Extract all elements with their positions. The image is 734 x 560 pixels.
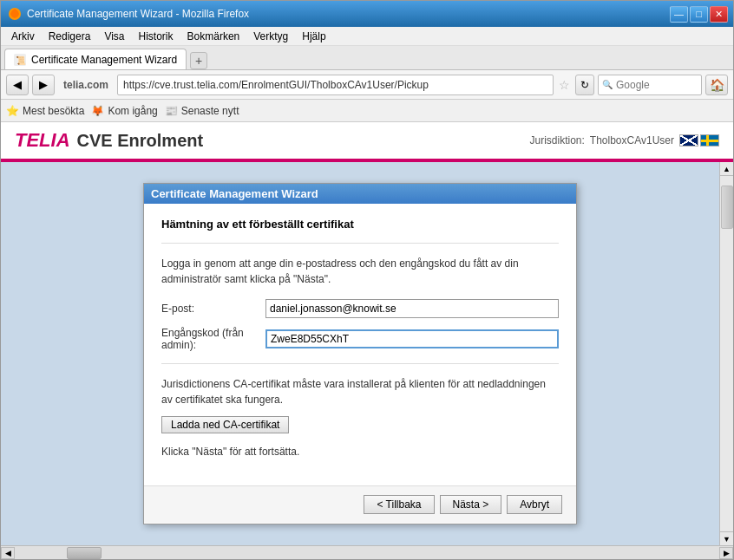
tabbar: 📜 Certificate Management Wizard +	[1, 46, 733, 70]
scroll-right-arrow[interactable]: ▶	[719, 547, 733, 559]
email-row: E-post:	[161, 299, 559, 318]
scroll-track	[720, 176, 733, 531]
search-logo: 🔍	[599, 80, 616, 89]
scroll-down-arrow[interactable]: ▼	[720, 531, 733, 545]
next-info-text: Klicka "Nästa" för att fortsätta.	[161, 446, 559, 458]
bookmark-star-icon[interactable]: ☆	[559, 78, 570, 92]
dialog: Certificate Management Wizard Hämtning a…	[143, 183, 577, 524]
bookmark-latest-news[interactable]: 📰 Senaste nytt	[165, 105, 239, 117]
news-icon: 📰	[165, 105, 178, 117]
telia-logo: TELIA CVE Enrolment	[15, 129, 203, 152]
bookmark-icon: ⭐	[6, 105, 19, 117]
h-scroll-track	[15, 546, 719, 560]
content-area: TELIA CVE Enrolment Jurisdiktion: Tholbo…	[1, 122, 733, 559]
otp-input[interactable]	[265, 329, 559, 348]
titlebar: Certificate Management Wizard - Mozilla …	[1, 1, 733, 27]
back-button[interactable]: ◀	[6, 75, 29, 95]
menu-historik[interactable]: Historik	[132, 29, 180, 44]
menu-bookmarks[interactable]: Bokmärken	[180, 29, 247, 44]
bookmark-label: Kom igång	[108, 105, 157, 117]
jurisdiction-value: TholboxCAv1User	[590, 134, 674, 147]
close-button[interactable]: ✕	[710, 6, 728, 23]
scroll-up-arrow[interactable]: ▲	[720, 162, 733, 176]
new-tab-button[interactable]: +	[190, 52, 207, 69]
svg-text:📜: 📜	[16, 55, 26, 66]
minimize-button[interactable]: —	[670, 6, 688, 23]
otp-row: Engångskod (från admin):	[161, 327, 559, 351]
page-header: TELIA CVE Enrolment Jurisdiktion: Tholbo…	[1, 122, 733, 162]
email-label: E-post:	[161, 303, 265, 315]
sweden-flag[interactable]	[700, 134, 719, 147]
page-content: Certificate Management Wizard Hämtning a…	[1, 162, 719, 545]
reload-button[interactable]: ↻	[575, 75, 594, 95]
divider-1	[161, 243, 559, 244]
divider-2	[161, 363, 559, 364]
addressbar: ◀ ▶ telia.com ☆ ↻ 🔍 ▶ 🏠	[1, 70, 733, 100]
menu-verktyg[interactable]: Verktyg	[246, 29, 295, 44]
menu-redigera[interactable]: Redigera	[42, 29, 98, 44]
bookmark-get-started[interactable]: 🦊 Kom igång	[91, 105, 157, 117]
scroll-left-arrow[interactable]: ◀	[1, 547, 15, 559]
address-input[interactable]	[117, 75, 554, 95]
dialog-title: Certificate Management Wizard	[144, 184, 576, 204]
next-button-dialog[interactable]: Nästa >	[440, 495, 502, 514]
cancel-button-dialog[interactable]: Avbryt	[507, 495, 562, 514]
bookmark-label: Mest besökta	[23, 105, 84, 117]
flags	[679, 134, 719, 147]
menu-visa[interactable]: Visa	[97, 29, 131, 44]
vertical-scrollbar[interactable]: ▲ ▼	[719, 162, 733, 545]
scroll-thumb[interactable]	[721, 186, 733, 229]
active-tab[interactable]: 📜 Certificate Management Wizard	[4, 49, 187, 69]
ca-info-text: Jurisdictionens CA-certifikat måste vara…	[161, 376, 559, 407]
titlebar-buttons: — □ ✕	[670, 6, 728, 23]
firefox-bookmark-icon: 🦊	[91, 105, 104, 117]
section-title: Hämtning av ett förbeställt certifikat	[161, 218, 559, 231]
menu-hjalp[interactable]: Hjälp	[295, 29, 332, 44]
jurisdiction-info: Jurisdiktion: TholboxCAv1User	[529, 134, 719, 147]
firefox-icon	[8, 7, 22, 21]
back-button-dialog[interactable]: < Tillbaka	[364, 495, 434, 514]
info-text: Logga in genom att ange din e-postadress…	[161, 256, 559, 287]
titlebar-left: Certificate Management Wizard - Mozilla …	[8, 7, 249, 21]
uk-flag[interactable]	[679, 134, 698, 147]
bookmark-most-visited[interactable]: ⭐ Mest besökta	[6, 105, 84, 117]
menubar: Arkiv Redigera Visa Historik Bokmärken V…	[1, 27, 733, 46]
tab-favicon: 📜	[14, 54, 26, 66]
download-ca-button[interactable]: Ladda ned CA-certifikat	[161, 416, 289, 433]
maximize-button[interactable]: □	[690, 6, 708, 23]
cve-service: CVE Enrolment	[77, 131, 204, 151]
h-scroll-thumb[interactable]	[67, 547, 102, 559]
horizontal-scrollbar[interactable]: ◀ ▶	[1, 545, 733, 559]
forward-button[interactable]: ▶	[32, 75, 55, 95]
bookmark-label: Senaste nytt	[181, 105, 239, 117]
tab-label: Certificate Management Wizard	[31, 54, 177, 66]
menu-arkiv[interactable]: Arkiv	[4, 29, 42, 44]
browser-window: Certificate Management Wizard - Mozilla …	[0, 0, 734, 560]
window-title: Certificate Management Wizard - Mozilla …	[27, 8, 249, 20]
jurisdiction-label: Jurisdiktion:	[529, 134, 584, 147]
search-box: 🔍 ▶	[598, 75, 702, 95]
home-button[interactable]: 🏠	[705, 75, 728, 95]
email-input[interactable]	[265, 299, 559, 318]
otp-label: Engångskod (från admin):	[161, 327, 265, 351]
bookmarks-bar: ⭐ Mest besökta 🦊 Kom igång 📰 Senaste nyt…	[1, 100, 733, 122]
telia-brand: TELIA	[15, 129, 70, 152]
dialog-body: Hämtning av ett förbeställt certifikat L…	[144, 204, 576, 485]
site-label: telia.com	[58, 79, 114, 91]
dialog-footer: < Tillbaka Nästa > Avbryt	[144, 485, 576, 523]
